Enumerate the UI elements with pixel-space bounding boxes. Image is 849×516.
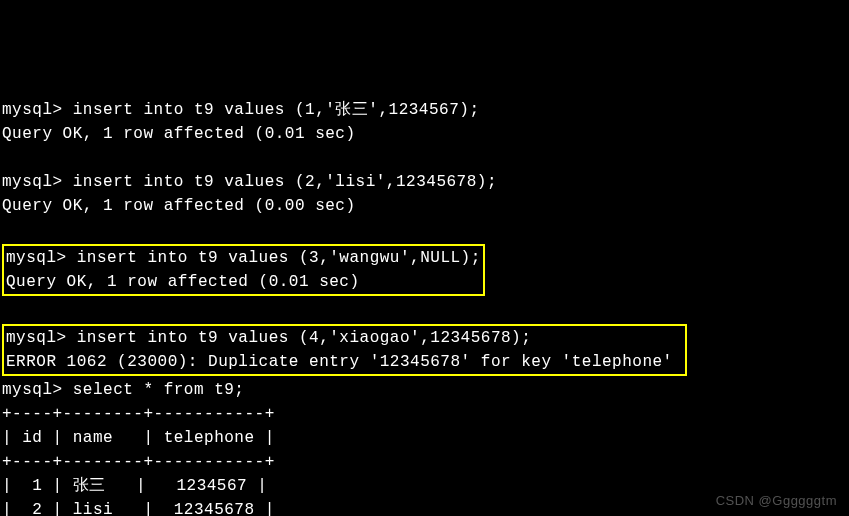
terminal-output: mysql> insert into t9 values (1,'张三',123…: [2, 98, 847, 516]
table-border: +----+--------+-----------+: [2, 405, 275, 423]
sql-command: insert into t9 values (4,'xiaogao',12345…: [77, 329, 532, 347]
watermark: CSDN @Ggggggtm: [716, 491, 837, 511]
table-header: | id | name | telephone |: [2, 429, 275, 447]
prompt: mysql>: [6, 249, 77, 267]
error-message: ERROR 1062 (23000): Duplicate entry '123…: [6, 353, 673, 371]
highlighted-block-success: mysql> insert into t9 values (3,'wangwu'…: [2, 244, 485, 296]
sql-command: insert into t9 values (3,'wangwu',NULL);: [77, 249, 481, 267]
query-result: Query OK, 1 row affected (0.00 sec): [2, 197, 356, 215]
query-result: Query OK, 1 row affected (0.01 sec): [6, 273, 360, 291]
sql-command: insert into t9 values (1,'张三',1234567);: [73, 101, 480, 119]
prompt: mysql>: [2, 381, 73, 399]
sql-command: insert into t9 values (2,'lisi',12345678…: [73, 173, 497, 191]
prompt: mysql>: [6, 329, 77, 347]
prompt: mysql>: [2, 101, 73, 119]
sql-command: select * from t9;: [73, 381, 245, 399]
table-row: | 1 | 张三 | 1234567 |: [2, 477, 267, 495]
table-border: +----+--------+-----------+: [2, 453, 275, 471]
prompt: mysql>: [2, 173, 73, 191]
table-row: | 2 | lisi | 12345678 |: [2, 501, 275, 516]
query-result: Query OK, 1 row affected (0.01 sec): [2, 125, 356, 143]
highlighted-block-error: mysql> insert into t9 values (4,'xiaogao…: [2, 324, 687, 376]
